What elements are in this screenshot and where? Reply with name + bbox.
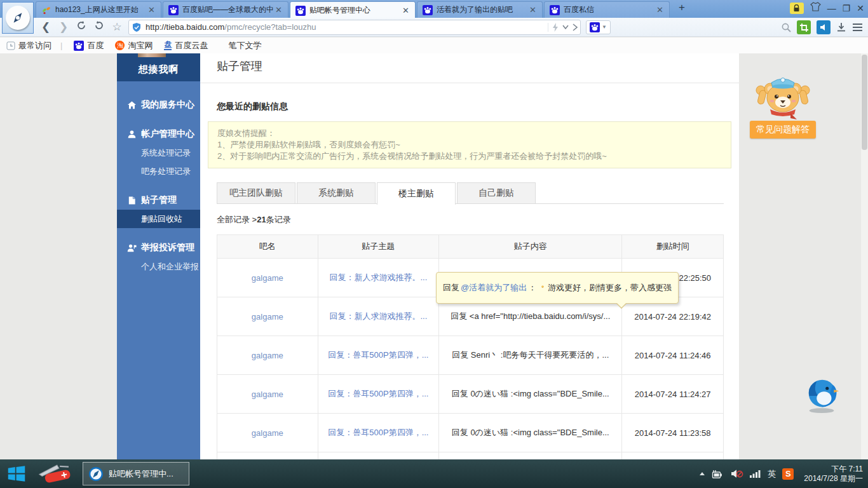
url-path: /pmc/recycle?tab=louzhu: [224, 22, 316, 32]
topic-link[interactable]: 回复：兽耳500P第四弹，...: [328, 388, 428, 400]
col-header-content: 贴子内容: [438, 235, 621, 258]
tab-system-delete[interactable]: 系统删贴: [297, 182, 376, 203]
favorite-star-icon[interactable]: ☆: [108, 20, 126, 34]
url-bar[interactable]: http://tieba.baidu.com/pmc/recycle?tab=l…: [128, 20, 581, 35]
faq-button[interactable]: 常见问题解答: [750, 121, 816, 139]
close-window-button[interactable]: ✕: [857, 3, 864, 14]
forum-link[interactable]: galgame: [252, 312, 283, 322]
tooltip-colon: ：: [528, 282, 536, 294]
tab-close-icon[interactable]: ✕: [273, 5, 284, 15]
document-icon: [127, 196, 137, 205]
search-icon[interactable]: [781, 22, 791, 32]
scrollbar-thumb[interactable]: [862, 55, 867, 150]
sidebar-item-recycle-bin-active[interactable]: 删贴回收站: [117, 210, 200, 228]
tab-close-icon[interactable]: ✕: [527, 5, 538, 15]
browser-app-icon: [88, 466, 104, 482]
sidebar-item-label: 个人和企业举报: [141, 261, 199, 273]
xunlei-bird-widget[interactable]: [802, 375, 841, 414]
tab-title: hao123_上网从这里开始: [55, 4, 146, 15]
topic-link[interactable]: 回复：兽耳500P第四弹，...: [328, 349, 428, 361]
download-icon[interactable]: [836, 22, 846, 32]
avatar[interactable]: [138, 53, 166, 57]
bookmark-baidu-pan[interactable]: 盘 百度云盘: [164, 40, 208, 51]
bookmark-baidu[interactable]: 百度: [74, 40, 104, 51]
undo-icon[interactable]: [90, 20, 108, 34]
screenshot-icon[interactable]: [797, 20, 811, 34]
lock-icon[interactable]: [790, 3, 804, 14]
tab-close-icon[interactable]: ✕: [654, 5, 665, 15]
tab-self-delete[interactable]: 自己删贴: [457, 182, 536, 203]
sidebar-item-label: 吧务处理记录: [141, 166, 191, 177]
site-shield-icon[interactable]: [132, 22, 142, 32]
bookmark-most-visited[interactable]: 最常访问: [6, 40, 51, 51]
mention-link[interactable]: @活着就为了输出: [461, 282, 527, 294]
sidebar-item-account-center[interactable]: 帐户管理中心: [117, 125, 200, 144]
tab-louzhu-delete-active[interactable]: 楼主删贴: [377, 182, 456, 205]
tab-tieba-home[interactable]: 百度贴吧——全球最大的中 ✕: [163, 1, 288, 18]
maximize-button[interactable]: ❐: [843, 3, 851, 14]
delete-time: 2014-07-24 11:24:46: [621, 336, 723, 374]
network-signal-icon[interactable]: [750, 470, 761, 478]
new-tab-button[interactable]: +: [674, 1, 690, 15]
notice-box: 度娘友情提醒： 1、严禁使用刷贴软件刷贴哦，否则度娘会有惩罚~ 2、对于影响吧内…: [208, 121, 731, 168]
browser-logo[interactable]: [2, 2, 34, 34]
lightning-icon[interactable]: [552, 23, 559, 32]
forum-link[interactable]: galgame: [252, 273, 283, 283]
bookmark-taobao[interactable]: 淘 淘宝网: [115, 40, 153, 51]
tieba-tools-button[interactable]: ▼: [586, 20, 611, 34]
forum-link[interactable]: galgame: [252, 351, 283, 360]
sidebar-item-bawu-records[interactable]: 吧务处理记录: [117, 162, 200, 180]
tab-close-icon[interactable]: ✕: [146, 5, 157, 15]
url-input[interactable]: http://tieba.baidu.com/pmc/recycle?tab=l…: [146, 22, 548, 32]
caret-down-icon: ▼: [602, 24, 607, 30]
tieba-favicon: [168, 5, 179, 15]
taskbar-clock[interactable]: 下午 7:11 2014/7/28 星期一: [804, 464, 863, 484]
topic-link[interactable]: 回复：新人求游戏推荐。...: [329, 272, 427, 283]
summary-count: 21: [257, 215, 266, 224]
col-header-topic: 贴子主题: [318, 235, 439, 258]
back-button[interactable]: ❮: [37, 20, 55, 34]
tooltip-prefix: 回复: [443, 282, 459, 294]
table-row: galgame 回复：兽耳500P第四弹，... 回复 Senri丶 :吧务每天…: [217, 336, 723, 375]
bookmark-bixia[interactable]: 笔下文学: [228, 40, 261, 51]
refresh-icon[interactable]: [72, 20, 90, 34]
topic-link[interactable]: 回复：新人求游戏推荐。...: [329, 311, 427, 322]
go-arrow-icon[interactable]: [573, 24, 578, 31]
swiss-knife-app-icon[interactable]: [37, 461, 74, 487]
forum-link[interactable]: galgame: [252, 390, 283, 399]
skin-icon[interactable]: [810, 2, 821, 14]
content-text: 回复 0の迷い猫 :<img class="BDE_Smile...: [438, 375, 621, 413]
sidebar-item-post-management[interactable]: 贴子管理: [117, 191, 200, 210]
tab-forum[interactable]: 活着就为了输出的贴吧 ✕: [417, 1, 543, 18]
forward-button[interactable]: ❯: [55, 20, 72, 34]
minimize-button[interactable]: —: [827, 3, 836, 14]
volume-muted-icon[interactable]: [731, 469, 743, 478]
tab-bazhu-delete[interactable]: 吧主团队删贴: [217, 182, 295, 203]
menu-icon[interactable]: [852, 23, 863, 32]
start-button[interactable]: [0, 459, 33, 488]
bookmarks-bar: 最常访问 | 百度 淘 淘宝网 盘 百度云盘 笔下文学: [0, 37, 868, 53]
language-indicator[interactable]: 英: [768, 468, 776, 480]
tab-private-message[interactable]: 百度私信 ✕: [544, 1, 670, 18]
sidebar-item-service-center[interactable]: 我的服务中心: [117, 95, 200, 114]
tieba-favicon: [423, 5, 433, 15]
sidebar-item-system-records[interactable]: 系统处理记录: [117, 144, 200, 162]
hao123-favicon: [41, 5, 51, 15]
sidebar-item-label: 系统处理记录: [141, 147, 191, 159]
sidebar-item-personal-report[interactable]: 个人和企业举报: [117, 257, 200, 276]
sidebar-item-report-management[interactable]: 举报投诉管理: [117, 238, 200, 257]
tab-hao123[interactable]: hao123_上网从这里开始 ✕: [36, 1, 161, 18]
sogou-ime-icon[interactable]: S: [782, 468, 794, 480]
browser-toolbar: ❮ ❯ ☆ http://tieba.baidu.com/pmc/recycle…: [0, 18, 868, 37]
battery-icon[interactable]: [712, 470, 724, 478]
chevron-down-icon[interactable]: [562, 25, 569, 29]
hidden-icons-chevron[interactable]: [699, 471, 705, 476]
tab-close-icon[interactable]: ✕: [400, 6, 411, 15]
tab-account-center-active[interactable]: 贴吧帐号管理中心 ✕: [290, 1, 416, 19]
sound-icon[interactable]: [817, 20, 831, 34]
page-scrollbar[interactable]: [861, 53, 868, 459]
taskbar-app-button[interactable]: 贴吧帐号管理中...: [83, 462, 189, 485]
topic-link[interactable]: 回复：兽耳500P第四弹，...: [328, 427, 428, 438]
forum-link[interactable]: galgame: [252, 428, 283, 438]
home-icon: [127, 100, 137, 110]
